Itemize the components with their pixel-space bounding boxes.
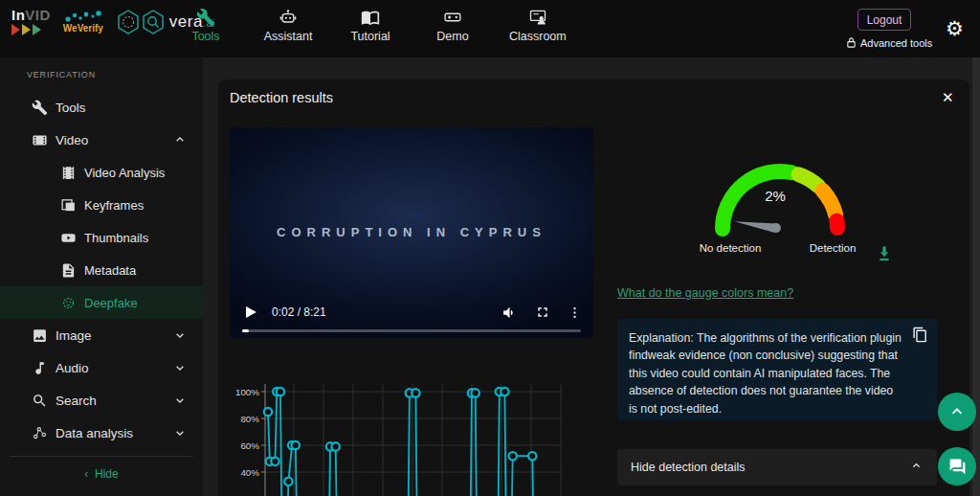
invid-logo-text: In xyxy=(11,7,25,23)
scrollbar[interactable] xyxy=(972,57,980,496)
video-analysis-icon xyxy=(59,164,77,181)
sidebar-divider xyxy=(10,456,193,457)
nav-item-demo[interactable]: Demo xyxy=(427,8,479,43)
sidebar-hide-label: Hide xyxy=(95,467,119,481)
chevron-up-icon xyxy=(172,132,188,147)
detection-timeline-chart: 100%80%60%40% xyxy=(232,376,591,496)
sidebar-item-image[interactable]: Image xyxy=(0,319,203,351)
weverify-logo-text: WeVerify xyxy=(63,24,103,34)
sidebar-item-label: Deepfake xyxy=(84,296,138,310)
invid-logo: InVID xyxy=(11,8,51,35)
chat-button[interactable] xyxy=(938,447,976,485)
fullscreen-icon[interactable] xyxy=(535,304,550,320)
gauge-arc-red xyxy=(836,221,837,228)
video-progress-played xyxy=(242,329,249,332)
sidebar-item-video-analysis[interactable]: Video Analysis xyxy=(0,156,203,189)
wrench-icon xyxy=(196,8,215,27)
hide-detection-details-toggle[interactable]: Hide detection details xyxy=(617,449,937,485)
weverify-dots-icon xyxy=(62,10,104,23)
advanced-tools-label: Advanced tools xyxy=(860,37,932,49)
scroll-to-top-button[interactable] xyxy=(938,393,976,431)
sidebar-item-label: Video Analysis xyxy=(84,166,165,180)
gauge-needle xyxy=(734,220,782,233)
video-title-overlay: CORRUPTION IN CYPRUS xyxy=(230,225,593,239)
chevron-down-icon xyxy=(172,327,188,343)
robot-icon xyxy=(278,8,298,27)
gear-icon[interactable]: ⚙ xyxy=(946,17,964,40)
video-player[interactable]: CORRUPTION IN CYPRUS 0:02 / 8:21 xyxy=(230,127,593,338)
sidebar-item-keyframes[interactable]: Keyframes xyxy=(0,189,203,221)
sidebar-item-data-analysis[interactable]: Data analysis xyxy=(0,417,203,449)
remote-icon xyxy=(443,8,462,27)
nav-label: Assistant xyxy=(264,30,313,43)
sidebar-item-label: Tools xyxy=(56,101,86,115)
chevron-down-icon xyxy=(172,393,188,408)
sidebar-item-search[interactable]: Search xyxy=(0,384,203,417)
nav-item-tools[interactable]: Tools xyxy=(180,8,232,43)
svg-text:40%: 40% xyxy=(240,467,259,478)
chevron-up-icon xyxy=(909,459,924,477)
data-analysis-icon xyxy=(31,424,48,441)
nav-label: Tools xyxy=(191,30,219,43)
audio-icon xyxy=(31,359,48,376)
close-icon[interactable]: ✕ xyxy=(938,87,958,108)
svg-text:100%: 100% xyxy=(235,387,259,397)
main-content: Detection results ✕ CORRUPTION IN CYPRUS… xyxy=(203,57,980,496)
gauge-colors-link[interactable]: What do the gauge colors mean? xyxy=(617,286,793,300)
gauge-arc-lightgreen xyxy=(799,174,819,186)
volume-icon[interactable] xyxy=(501,304,518,321)
play-button[interactable] xyxy=(246,306,256,318)
sidebar-item-thumbnails[interactable]: Thumbnails xyxy=(0,221,203,254)
chevron-down-icon xyxy=(172,425,188,440)
chat-icon xyxy=(948,458,967,476)
nav-label: Classroom xyxy=(509,30,567,43)
hide-detection-details-label: Hide detection details xyxy=(631,461,746,474)
sidebar-hide-button[interactable]: ‹ Hide xyxy=(0,467,203,481)
sidebar-item-label: Video xyxy=(56,133,88,147)
detection-gauge: 2% xyxy=(689,150,871,248)
book-icon xyxy=(361,8,380,27)
thumbnails-icon xyxy=(59,229,77,246)
detection-results-panel: Detection results ✕ CORRUPTION IN CYPRUS… xyxy=(218,79,969,496)
main-nav: Tools Assistant Tutorial Demo xyxy=(180,8,567,43)
advanced-tools-toggle[interactable]: Advanced tools xyxy=(846,36,932,49)
chevron-left-icon: ‹ xyxy=(84,467,88,481)
sidebar-item-label: Data analysis xyxy=(56,426,133,440)
sidebar-item-deepfake[interactable]: Deepfake xyxy=(0,286,203,319)
sidebar-item-metadata[interactable]: Metadata xyxy=(0,254,203,286)
chevron-down-icon xyxy=(172,360,188,375)
logout-button[interactable]: Logout xyxy=(858,9,911,31)
download-icon[interactable] xyxy=(875,244,896,265)
nav-item-classroom[interactable]: Classroom xyxy=(509,8,567,43)
copy-icon[interactable] xyxy=(912,327,929,344)
video-progress-bar[interactable] xyxy=(242,329,581,332)
vera-hexagons-icon xyxy=(116,10,166,34)
kebab-menu-icon[interactable] xyxy=(568,305,582,320)
search-icon xyxy=(31,392,48,409)
sidebar-item-label: Audio xyxy=(56,361,89,375)
nav-label: Demo xyxy=(436,30,468,43)
gauge-arc-orange xyxy=(823,191,836,215)
nav-label: Tutorial xyxy=(350,30,390,43)
sidebar-item-label: Metadata xyxy=(84,263,136,278)
video-controls: 0:02 / 8:21 xyxy=(230,302,593,323)
sidebar-item-tools[interactable]: Tools xyxy=(0,91,203,124)
gauge-left-label: No detection xyxy=(697,242,764,254)
image-icon xyxy=(31,327,48,344)
explanation-box: Explanation: The algorithms of the verif… xyxy=(617,319,937,420)
chevron-up-icon xyxy=(948,403,966,420)
keyframes-icon xyxy=(59,196,77,214)
explanation-text: Explanation: The algorithms of the verif… xyxy=(629,329,904,417)
sidebar-item-label: Keyframes xyxy=(84,198,144,213)
nav-item-tutorial[interactable]: Tutorial xyxy=(345,8,396,43)
sidebar-item-audio[interactable]: Audio xyxy=(0,351,203,384)
nav-item-assistant[interactable]: Assistant xyxy=(262,8,314,43)
weverify-logo: WeVerify xyxy=(62,10,104,34)
gauge-value: 2% xyxy=(765,188,786,204)
invid-triangles-icon xyxy=(11,24,51,35)
wrench-icon xyxy=(31,99,48,116)
sidebar-item-video[interactable]: Video xyxy=(0,124,203,156)
sidebar-item-label: Thumbnails xyxy=(84,231,148,245)
lock-icon xyxy=(846,36,857,49)
svg-text:80%: 80% xyxy=(240,414,259,424)
